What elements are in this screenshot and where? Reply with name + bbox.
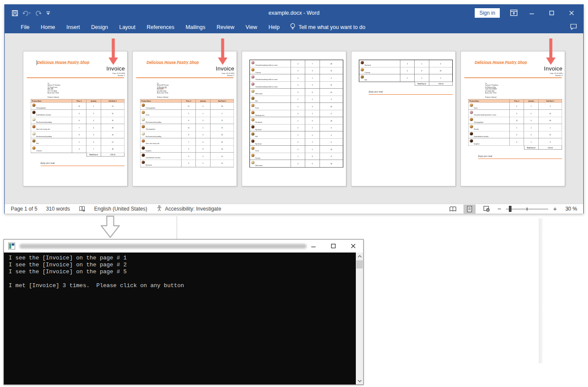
page-slot-5: Delicious House Pastry ShopInvoiceDate: … <box>460 51 565 186</box>
cell-value: 1 <box>539 124 562 131</box>
cell-value: 2 <box>429 74 453 82</box>
cell-value: 3 <box>291 160 305 167</box>
save-icon[interactable] <box>12 10 18 16</box>
document-page-1[interactable]: Delicious House Pastry ShopInvoiceDate: … <box>23 51 128 186</box>
invoice-table-body: Rye bread313Croissant4832Roll212 <box>359 60 453 82</box>
cell-value: 15 <box>211 160 234 167</box>
cell-value: 2 <box>400 74 415 82</box>
cell-value: 3 <box>86 131 101 138</box>
product-name: Pancake <box>256 157 261 159</box>
invoice-number: Number 3 <box>556 75 562 77</box>
scroll-up-icon[interactable] <box>356 253 363 260</box>
product-image <box>142 161 145 164</box>
print-layout-icon[interactable] <box>463 205 476 214</box>
cell-value: 3 <box>305 67 320 74</box>
language-status[interactable]: English (United States) <box>94 206 147 212</box>
console-titlebar[interactable] <box>4 240 363 253</box>
sign-in-button[interactable]: Sign in <box>475 8 500 18</box>
ribbon-tab-bar: FileHomeInsertDesignLayoutReferencesMail… <box>5 21 583 33</box>
invoice-table-row: Hot dog bun2918 <box>250 117 343 125</box>
product-cell: Rice/lemon/vanilla pudding <box>141 117 182 124</box>
invoice-number: Number 1 <box>118 75 125 77</box>
cell-value: 5 <box>291 103 305 110</box>
product-cell: Scone <box>141 110 182 117</box>
product-name: Scone <box>256 108 259 109</box>
document-page-3[interactable]: Chocolate/strawberry/vanilla ice cream47… <box>242 51 346 186</box>
read-mode-icon[interactable] <box>447 205 459 214</box>
menu-tab-design[interactable]: Design <box>86 21 114 33</box>
menu-tab-mailings[interactable]: Mailings <box>180 21 211 33</box>
console-maximize-icon[interactable] <box>323 240 343 253</box>
word-count-status[interactable]: 310 words <box>46 206 70 212</box>
header-rule <box>464 77 562 78</box>
invoice-heading: Invoice <box>216 65 234 72</box>
zoom-slider[interactable] <box>506 206 548 212</box>
console-close-icon[interactable] <box>343 240 363 253</box>
document-page-2[interactable]: Delicious House Pastry ShopInvoiceDate: … <box>132 51 237 186</box>
console-scrollbar[interactable] <box>356 253 363 384</box>
cell-value: 4 <box>510 110 524 117</box>
menu-tab-review[interactable]: Review <box>211 21 240 33</box>
close-icon[interactable] <box>562 5 582 21</box>
proofing-icon[interactable] <box>79 206 86 212</box>
scroll-down-icon[interactable] <box>356 377 363 384</box>
tell-me-box[interactable]: Tell me what you want to do <box>290 23 365 32</box>
cell-value: 5 <box>211 110 234 117</box>
product-image <box>470 132 473 136</box>
product-image <box>251 161 255 164</box>
redo-icon[interactable] <box>35 10 42 16</box>
invoice-table-row: Rice/lemon/vanilla pudding8972 <box>141 117 234 125</box>
cell-value: 7 <box>86 146 101 153</box>
menu-tab-help[interactable]: Help <box>263 21 285 33</box>
cell-value: 3 <box>305 82 320 89</box>
product-cell: Rice/lemon/vanilla pudding <box>141 131 182 138</box>
zoom-in-icon[interactable]: + <box>553 206 557 212</box>
cell-value: 6 <box>86 138 101 145</box>
maximize-icon[interactable] <box>542 5 562 21</box>
cell-value: 4 <box>291 110 305 117</box>
console-terminal-area[interactable]: I see the [Invoice] on the page # 1 I se… <box>4 253 363 384</box>
menu-tab-file[interactable]: File <box>15 21 35 33</box>
product-cell: Roll <box>359 74 400 82</box>
cell-value: 4 <box>400 67 415 74</box>
menu-tab-layout[interactable]: Layout <box>114 21 141 33</box>
minimize-icon[interactable] <box>522 5 542 21</box>
product-cell: Hot dog bun <box>250 117 291 124</box>
page-slot-4: Rye bread313Croissant4832Roll212Total Co… <box>351 51 456 186</box>
product-name: Cherry/apple/pie <box>146 107 155 109</box>
menu-tab-home[interactable]: Home <box>35 21 61 33</box>
menu-tab-view[interactable]: View <box>240 21 263 33</box>
cell-value: 15 <box>211 153 234 160</box>
comment-bubble-icon[interactable] <box>570 23 577 32</box>
product-cell: Pancake <box>250 153 291 160</box>
undo-icon[interactable] <box>22 10 31 16</box>
page-number-status[interactable]: Page 1 of 5 <box>11 206 37 212</box>
document-page-4[interactable]: Rye bread313Croissant4832Roll212Total Co… <box>351 51 456 186</box>
menu-tab-insert[interactable]: Insert <box>61 21 86 33</box>
cell-value: 60 <box>539 117 562 124</box>
menu-tab-references[interactable]: References <box>141 21 180 33</box>
footer-rule <box>478 159 562 159</box>
cell-value: 45 <box>320 103 343 110</box>
recipient-block: To:Spencer F Clements11 Chapel LaneAB5 5… <box>48 82 61 94</box>
customize-quick-access-icon[interactable] <box>46 11 51 16</box>
console-scrollbar-thumb[interactable] <box>356 260 363 269</box>
zoom-level[interactable]: 30 % <box>562 206 577 212</box>
word-titlebar[interactable]: example.docx - Word Sign in <box>5 5 583 21</box>
console-minimize-icon[interactable] <box>304 240 323 253</box>
accessibility-status[interactable]: Accessibility: Investigate <box>156 205 221 213</box>
product-cell: Scone <box>250 103 291 110</box>
column-header: Product Name <box>141 99 182 103</box>
web-layout-icon[interactable] <box>480 205 492 214</box>
zoom-out-icon[interactable]: − <box>497 206 501 212</box>
invoice-table-row: Rice/lemon/vanilla pudding8432 <box>31 117 125 125</box>
status-right: − + 30 % <box>447 205 577 214</box>
product-name: Croissant <box>256 72 261 73</box>
product-cell: Roll <box>250 96 291 103</box>
invoice-table: Product NamePrice, £QuantitySub Total, £… <box>140 99 234 167</box>
header-rule <box>136 77 233 78</box>
document-page-5[interactable]: Delicious House Pastry ShopInvoiceDate: … <box>460 51 565 186</box>
column-header: Price, £ <box>510 99 524 103</box>
zoom-slider-thumb[interactable] <box>509 206 511 212</box>
ribbon-display-options-icon[interactable] <box>510 10 518 18</box>
